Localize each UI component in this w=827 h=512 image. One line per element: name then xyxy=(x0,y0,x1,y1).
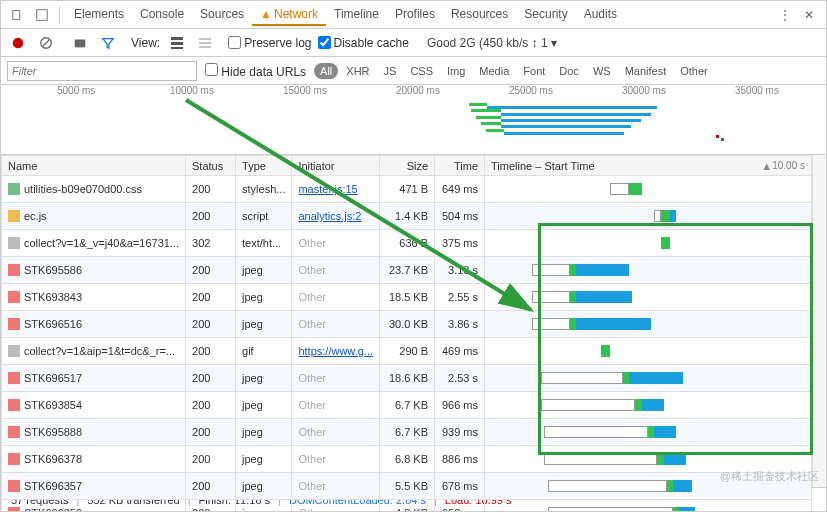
svg-point-2 xyxy=(13,37,24,48)
svg-rect-22 xyxy=(8,426,20,438)
table-row[interactable]: collect?v=1&_v=j40&a=16731...302text/ht.… xyxy=(2,230,812,257)
svg-rect-16 xyxy=(8,264,20,276)
col-initiator[interactable]: Initiator xyxy=(292,156,380,176)
type-filter-doc[interactable]: Doc xyxy=(553,63,585,79)
type-filter-ws[interactable]: WS xyxy=(587,63,617,79)
table-row[interactable]: STK693854200jpegOther6.7 KB966 ms xyxy=(2,392,812,419)
disable-cache-checkbox[interactable]: Disable cache xyxy=(318,36,409,50)
tab-elements[interactable]: Elements xyxy=(66,3,132,26)
file-name: collect?v=1&_v=j40&a=16731... xyxy=(24,237,179,249)
type-filter-xhr[interactable]: XHR xyxy=(340,63,375,79)
view-compact-icon[interactable] xyxy=(194,32,216,54)
tab-security[interactable]: Security xyxy=(516,3,575,26)
table-row[interactable]: STK696357200jpegOther5.5 KB678 ms xyxy=(2,473,812,500)
tab-resources[interactable]: Resources xyxy=(443,3,516,26)
table-row[interactable]: STK693843200jpegOther18.5 KB2.55 s xyxy=(2,284,812,311)
file-name: STK695888 xyxy=(24,426,82,438)
svg-rect-7 xyxy=(171,42,183,45)
scrollbar[interactable] xyxy=(812,155,826,487)
table-row[interactable]: collect?v=1&aip=1&t=dc&_r=...200gifhttps… xyxy=(2,338,812,365)
file-name: STK696378 xyxy=(24,453,82,465)
type-filter-js[interactable]: JS xyxy=(378,63,403,79)
svg-rect-5 xyxy=(75,39,86,47)
table-row[interactable]: STK696517200jpegOther18.6 KB2.53 s xyxy=(2,365,812,392)
tab-timeline[interactable]: Timeline xyxy=(326,3,387,26)
file-name: STK696357 xyxy=(24,480,82,492)
watermark: @稀土掘金技术社区 xyxy=(720,469,819,484)
type-filter-all[interactable]: All xyxy=(314,63,338,79)
devtools-tabs: ElementsConsoleSources▲NetworkTimelinePr… xyxy=(1,1,826,29)
device-mode-icon[interactable] xyxy=(7,4,29,26)
file-name: STK693843 xyxy=(24,291,82,303)
file-name: STK696516 xyxy=(24,318,82,330)
svg-rect-17 xyxy=(8,291,20,303)
file-name: STK696517 xyxy=(24,372,82,384)
filter-input[interactable] xyxy=(7,61,197,81)
svg-rect-18 xyxy=(8,318,20,330)
filter-bar: Hide data URLs AllXHRJSCSSImgMediaFontDo… xyxy=(1,57,826,85)
record-button[interactable] xyxy=(7,32,29,54)
svg-rect-19 xyxy=(8,345,20,357)
table-row[interactable]: STK695888200jpegOther6.7 KB939 ms xyxy=(2,419,812,446)
col-size[interactable]: Size xyxy=(380,156,435,176)
filter-icon[interactable] xyxy=(97,32,119,54)
view-label: View: xyxy=(131,36,160,50)
type-filter-font[interactable]: Font xyxy=(517,63,551,79)
svg-rect-24 xyxy=(8,480,20,492)
inspect-icon[interactable] xyxy=(31,4,53,26)
svg-rect-25 xyxy=(8,507,20,512)
separator xyxy=(59,6,60,24)
table-row[interactable]: STK696359200jpegOther4.8 KB652 ms xyxy=(2,500,812,513)
throttle-select[interactable]: Good 2G (450 kb/s ↕ 1 ▾ xyxy=(421,36,563,50)
file-name: utilities-b09e070d00.css xyxy=(24,183,142,195)
tab-sources[interactable]: Sources xyxy=(192,3,252,26)
view-large-icon[interactable] xyxy=(166,32,188,54)
col-type[interactable]: Type xyxy=(236,156,292,176)
network-controls: View: Preserve log Disable cache Good 2G… xyxy=(1,29,826,57)
more-icon[interactable]: ⋮ xyxy=(774,4,796,26)
file-name: STK695586 xyxy=(24,264,82,276)
overview-timeline[interactable]: 5000 ms10000 ms15000 ms20000 ms25000 ms3… xyxy=(1,85,826,155)
type-filter-img[interactable]: Img xyxy=(441,63,471,79)
col-time[interactable]: Time xyxy=(435,156,485,176)
svg-rect-23 xyxy=(8,453,20,465)
table-row[interactable]: STK696378200jpegOther6.8 KB886 ms xyxy=(2,446,812,473)
col-name[interactable]: Name xyxy=(2,156,186,176)
type-filter-media[interactable]: Media xyxy=(473,63,515,79)
tab-audits[interactable]: Audits xyxy=(576,3,625,26)
tab-profiles[interactable]: Profiles xyxy=(387,3,443,26)
svg-rect-1 xyxy=(37,9,48,20)
svg-rect-20 xyxy=(8,372,20,384)
capture-screenshot-icon[interactable] xyxy=(69,32,91,54)
hide-data-urls-checkbox[interactable]: Hide data URLs xyxy=(205,63,306,79)
close-icon[interactable]: ✕ xyxy=(798,4,820,26)
table-row[interactable]: STK696516200jpegOther30.0 KB3.86 s xyxy=(2,311,812,338)
file-name: STK693854 xyxy=(24,399,82,411)
svg-line-4 xyxy=(43,39,50,46)
col-status[interactable]: Status xyxy=(186,156,236,176)
tab-network[interactable]: ▲Network xyxy=(252,3,326,26)
file-name: collect?v=1&aip=1&t=dc&_r=... xyxy=(24,345,175,357)
type-filter-other[interactable]: Other xyxy=(674,63,714,79)
table-row[interactable]: ec.js200scriptanalytics.js:21.4 KB504 ms xyxy=(2,203,812,230)
type-filter-manifest[interactable]: Manifest xyxy=(619,63,673,79)
svg-rect-8 xyxy=(171,47,183,49)
clear-button[interactable] xyxy=(35,32,57,54)
svg-rect-13 xyxy=(8,183,20,195)
requests-table[interactable]: Name Status Type Initiator Size Time Tim… xyxy=(1,155,812,512)
svg-rect-15 xyxy=(8,237,20,249)
tab-console[interactable]: Console xyxy=(132,3,192,26)
table-row[interactable]: STK695586200jpegOther23.7 KB3.18 s xyxy=(2,257,812,284)
table-row[interactable]: utilities-b09e070d00.css200stylesh...mas… xyxy=(2,176,812,203)
col-timeline[interactable]: Timeline – Start Time10.00 s▲ xyxy=(485,156,812,176)
svg-rect-6 xyxy=(171,37,183,40)
svg-rect-0 xyxy=(13,10,20,19)
type-filter-css[interactable]: CSS xyxy=(404,63,439,79)
file-name: STK696359 xyxy=(24,507,82,512)
preserve-log-checkbox[interactable]: Preserve log xyxy=(228,36,311,50)
svg-rect-21 xyxy=(8,399,20,411)
file-name: ec.js xyxy=(24,210,47,222)
svg-rect-14 xyxy=(8,210,20,222)
